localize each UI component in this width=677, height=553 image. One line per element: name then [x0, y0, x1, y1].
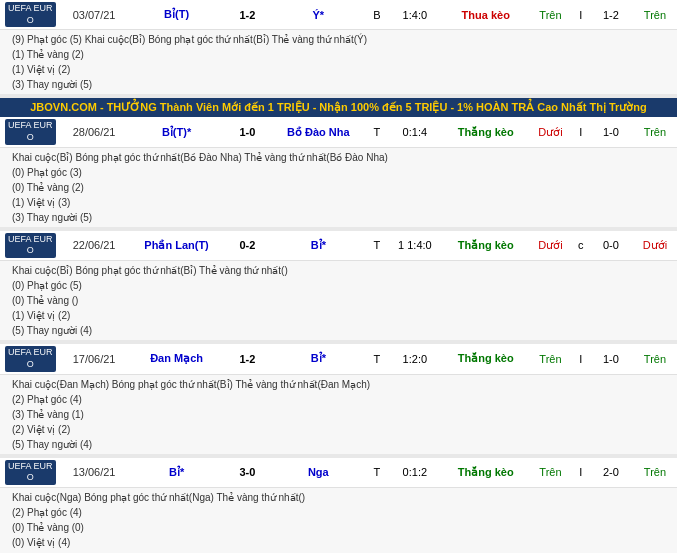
score: 1-2 — [225, 344, 269, 374]
team2: Bỉ* — [269, 344, 367, 374]
score: 1-0 — [225, 117, 269, 147]
competition-badge: UEFA EUR O — [0, 0, 60, 30]
match-detail-content: Khai cuộc(Đan Mạch) Bóng phạt góc thứ nh… — [0, 374, 677, 454]
detail-line: (0) Phạt góc (5) — [12, 278, 673, 293]
match-row: UEFA EUR O 17/06/21 Đan Mạch 1-2 Bỉ* T 1… — [0, 344, 677, 374]
team2: Nga — [269, 458, 367, 488]
detail-line: (2) Phạt góc (4) — [12, 392, 673, 407]
position: Trên — [633, 117, 677, 147]
detail-line: (3) Thay người (5) — [12, 210, 673, 225]
match-date: 13/06/21 — [60, 458, 127, 488]
location: B — [367, 0, 387, 30]
competition-badge: UEFA EUR O — [0, 117, 60, 147]
score: 0-2 — [225, 231, 269, 261]
ah-score: 1-0 — [589, 344, 633, 374]
location: T — [367, 117, 387, 147]
result-position: Trên — [528, 344, 572, 374]
detail-line: Khai cuộc(Bỉ) Bóng phạt góc thứ nhất(Bỉ)… — [12, 263, 673, 278]
match-row: UEFA EUR O 13/06/21 Bỉ* 3-0 Nga T 0:1:2 … — [0, 458, 677, 488]
match-detail-content: Khai cuộc(Nga) Bóng phạt góc thứ nhất(Ng… — [0, 487, 677, 553]
result: Thắng kèo — [443, 231, 529, 261]
match-date: 22/06/21 — [60, 231, 127, 261]
team2: Ý* — [269, 0, 367, 30]
detail-line: (0) Thẻ vàng () — [12, 293, 673, 308]
competition-badge: UEFA EUR O — [0, 231, 60, 261]
odds: 0:1:2 — [387, 458, 443, 488]
indicator: I — [572, 458, 588, 488]
detail-line: (0) Thẻ vàng (2) — [12, 180, 673, 195]
indicator: I — [572, 0, 588, 30]
team1: Phần Lan(T) — [128, 231, 226, 261]
match-detail-row: Khai cuộc(Nga) Bóng phạt góc thứ nhất(Ng… — [0, 487, 677, 553]
ah-score: 1-2 — [589, 0, 633, 30]
detail-line: (9) Phạt góc (5) Khai cuộc(Bỉ) Bóng phạt… — [12, 32, 673, 47]
result-position: Dưới — [528, 231, 572, 261]
location: T — [367, 458, 387, 488]
match-row: UEFA EUR O 22/06/21 Phần Lan(T) 0-2 Bỉ* … — [0, 231, 677, 261]
ad-bar: JBOVN.COM - THƯỞNG Thành Viên Mới đến 1 … — [0, 98, 677, 117]
result: Thua kèo — [443, 0, 529, 30]
match-detail-content: (9) Phạt góc (5) Khai cuộc(Bỉ) Bóng phạt… — [0, 30, 677, 95]
score: 1-2 — [225, 0, 269, 30]
match-row: UEFA EUR O 03/07/21 Bỉ(T) 1-2 Ý* B 1:4:0… — [0, 0, 677, 30]
detail-line: (1) Việt vị (2) — [12, 308, 673, 323]
detail-line: (3) Thay người (5) — [12, 77, 673, 92]
detail-line: (0) Thẻ vàng (0) — [12, 520, 673, 535]
match-detail-row: Khai cuộc(Bỉ) Bóng phạt góc thứ nhất(Bồ … — [0, 147, 677, 227]
result-position: Trên — [528, 458, 572, 488]
odds: 1:4:0 — [387, 0, 443, 30]
matches-table: UEFA EUR O 03/07/21 Bỉ(T) 1-2 Ý* B 1:4:0… — [0, 0, 677, 553]
detail-line: Khai cuộc(Đan Mạch) Bóng phạt góc thứ nh… — [12, 377, 673, 392]
match-detail-row: Khai cuộc(Bỉ) Bóng phạt góc thứ nhất(Bỉ)… — [0, 261, 677, 341]
match-row: UEFA EUR O 28/06/21 Bỉ(T)* 1-0 Bồ Đào Nh… — [0, 117, 677, 147]
detail-line: (1) Việt vị (2) — [12, 62, 673, 77]
indicator: I — [572, 117, 588, 147]
team1: Bỉ(T) — [128, 0, 226, 30]
score: 3-0 — [225, 458, 269, 488]
position: Trên — [633, 344, 677, 374]
result-position: Dưới — [528, 117, 572, 147]
match-detail-row: Khai cuộc(Đan Mạch) Bóng phạt góc thứ nh… — [0, 374, 677, 454]
detail-line: (2) Việt vị (2) — [12, 422, 673, 437]
detail-line: Khai cuộc(Bỉ) Bóng phạt góc thứ nhất(Bồ … — [12, 150, 673, 165]
match-date: 03/07/21 — [60, 0, 127, 30]
match-date: 28/06/21 — [60, 117, 127, 147]
detail-line: Khai cuộc(Nga) Bóng phạt góc thứ nhất(Ng… — [12, 490, 673, 505]
odds: 0:1:4 — [387, 117, 443, 147]
detail-line: (2) Phạt góc (4) — [12, 505, 673, 520]
competition-badge: UEFA EUR O — [0, 344, 60, 374]
team2: Bồ Đào Nha — [269, 117, 367, 147]
indicator: c — [572, 231, 588, 261]
detail-line: (5) Thay người (4) — [12, 437, 673, 452]
location: T — [367, 231, 387, 261]
match-detail-row: (9) Phạt góc (5) Khai cuộc(Bỉ) Bóng phạt… — [0, 30, 677, 95]
ad-bar-row: JBOVN.COM - THƯỞNG Thành Viên Mới đến 1 … — [0, 98, 677, 117]
competition-badge: UEFA EUR O — [0, 458, 60, 488]
ah-score: 0-0 — [589, 231, 633, 261]
result: Thắng kèo — [443, 344, 529, 374]
team1: Đan Mạch — [128, 344, 226, 374]
match-detail-content: Khai cuộc(Bỉ) Bóng phạt góc thứ nhất(Bỉ)… — [0, 261, 677, 341]
position: Trên — [633, 0, 677, 30]
team2: Bỉ* — [269, 231, 367, 261]
ah-score: 1-0 — [589, 117, 633, 147]
odds: 1 1:4:0 — [387, 231, 443, 261]
detail-line: (1) Việt vị (3) — [12, 195, 673, 210]
detail-line: (5) Thay người (4) — [12, 323, 673, 338]
result-position: Trên — [528, 0, 572, 30]
team1: Bỉ* — [128, 458, 226, 488]
match-date: 17/06/21 — [60, 344, 127, 374]
indicator: I — [572, 344, 588, 374]
detail-line: (0) Việt vị (4) — [12, 535, 673, 550]
position: Trên — [633, 458, 677, 488]
odds: 1:2:0 — [387, 344, 443, 374]
team1: Bỉ(T)* — [128, 117, 226, 147]
result: Thắng kèo — [443, 117, 529, 147]
ah-score: 2-0 — [589, 458, 633, 488]
detail-line: (0) Phạt góc (3) — [12, 165, 673, 180]
match-detail-content: Khai cuộc(Bỉ) Bóng phạt góc thứ nhất(Bồ … — [0, 147, 677, 227]
detail-line: (3) Thẻ vàng (1) — [12, 407, 673, 422]
detail-line: (1) Thẻ vàng (2) — [12, 47, 673, 62]
result: Thắng kèo — [443, 458, 529, 488]
location: T — [367, 344, 387, 374]
